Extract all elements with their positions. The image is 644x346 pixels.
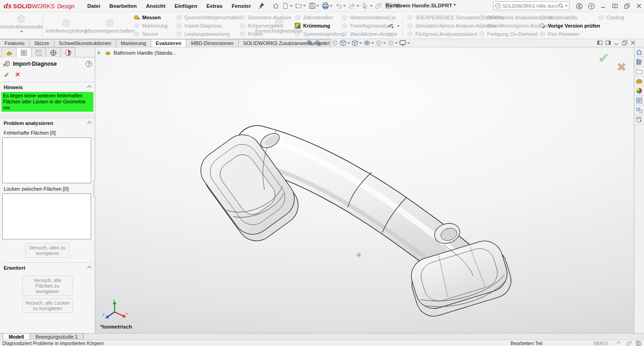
pane-right-icon[interactable] — [605, 40, 611, 45]
gaps-listbox[interactable] — [2, 193, 91, 239]
display-style-icon[interactable] — [351, 40, 362, 46]
heal-all-gaps-button[interactable]: Versuch, alle Lücken zu korrigieren — [22, 298, 73, 313]
print-icon[interactable] — [321, 1, 334, 11]
search-icon[interactable] — [558, 3, 564, 9]
analyze-problem-section-header[interactable]: Problem analysieren — [0, 118, 95, 127]
taskpane-custom-properties-icon[interactable] — [634, 96, 644, 105]
taskpane-forum-icon[interactable] — [634, 105, 644, 115]
apply-scene-icon[interactable] — [387, 40, 398, 46]
sensor-button[interactable]: Sensor — [133, 30, 167, 38]
graphics-viewport[interactable]: Bathroom Handle (Standa... — [95, 47, 634, 333]
zoom-fit-icon[interactable] — [306, 40, 313, 46]
menu-fenster[interactable]: Fenster — [232, 3, 251, 9]
taskpane-home-icon[interactable] — [634, 47, 644, 57]
symmetry-check-button[interactable]: Symmetrieprüfung — [294, 30, 345, 38]
advanced-section-header[interactable]: Erweitert — [0, 263, 95, 272]
tab-dimxpertmanager-icon[interactable] — [46, 47, 61, 57]
tab-bewegungsstudie[interactable]: Bewegungsstudie 1 — [29, 333, 84, 340]
select-cursor-icon[interactable] — [361, 1, 374, 11]
remove-xsection-icon[interactable] — [387, 30, 400, 38]
menu-datei[interactable]: Datei — [87, 3, 100, 9]
open-icon[interactable] — [294, 1, 307, 11]
help-icon[interactable] — [585, 0, 597, 12]
heal-all-faces-button[interactable]: Versuch, alle Flächen zu korrigieren — [22, 276, 73, 296]
edit-appearance-icon[interactable] — [375, 40, 386, 46]
status-units[interactable]: MMGS — [593, 340, 609, 346]
zebra-stripes-button[interactable]: Zebrastreifen — [294, 13, 345, 22]
taskpane-configurations-icon[interactable] — [634, 115, 644, 125]
taskpane-design-library-icon[interactable] — [634, 67, 644, 76]
faulty-faces-listbox[interactable] — [2, 137, 91, 183]
tab-displaymanager-icon[interactable] — [60, 47, 75, 57]
cancel-x-button[interactable]: ✕ — [15, 71, 21, 79]
taskpane-resources-icon[interactable] — [634, 57, 644, 67]
import-diagnostics-button[interactable]: Import-Diagnose — [176, 22, 242, 30]
close-button[interactable] — [633, 0, 644, 12]
new-document-icon[interactable] — [281, 1, 293, 11]
taskpane-appearances-icon[interactable] — [634, 86, 644, 96]
doc-restore-icon[interactable] — [622, 40, 627, 45]
tab-propertymanager-icon[interactable] — [16, 47, 31, 57]
section-properties-button[interactable]: Querschnitteigenschaften — [176, 13, 242, 22]
menu-bearbeiten[interactable]: Bearbeiten — [109, 3, 137, 9]
view-settings-icon[interactable] — [399, 40, 410, 46]
redo-icon[interactable] — [348, 1, 360, 11]
tab-features[interactable]: Features — [0, 39, 29, 47]
minimize-button[interactable] — [597, 0, 609, 12]
hinweis-section-header[interactable]: Hinweis — [0, 82, 95, 91]
panel-title-row: Import-Diagnose ? — [0, 57, 95, 68]
doc-minimize-icon[interactable] — [614, 40, 619, 45]
confirm-cancel-icon[interactable]: ✖ — [616, 60, 627, 74]
model-bathroom-handle[interactable] — [95, 47, 634, 333]
ok-check-button[interactable]: ✓ — [4, 71, 10, 79]
tab-evaluieren[interactable]: Evaluieren — [151, 39, 187, 47]
help-search-input[interactable]: SOLIDWORKS Hilfe durchsuchen — [493, 1, 569, 10]
tab-mbd-dimensionen[interactable]: MBD-Dimensionen — [186, 39, 238, 47]
menu-einfuegen[interactable]: Einfügen — [174, 3, 197, 9]
interference-check-button[interactable]: Interferenzprüfung — [44, 13, 88, 38]
compare-doc-icon[interactable] — [387, 13, 400, 22]
doc-close-icon[interactable] — [630, 40, 636, 45]
tab-skizze[interactable]: Skizze — [29, 39, 54, 47]
restore-button[interactable] — [621, 0, 633, 12]
section-view-icon[interactable] — [331, 40, 338, 46]
save-icon[interactable] — [308, 1, 320, 11]
menu-extras[interactable]: Extras — [207, 3, 223, 9]
markup-button[interactable]: Markierung — [133, 22, 167, 30]
status-save-icon[interactable] — [636, 340, 641, 346]
undo-icon[interactable] — [334, 1, 347, 11]
measure-button[interactable]: Messen — [133, 13, 167, 22]
sustainability-button[interactable]: Sustainability — [539, 13, 600, 22]
zoom-area-icon[interactable] — [315, 40, 322, 46]
panel-help-icon[interactable]: ? — [86, 61, 92, 67]
view-orientation-icon[interactable] — [339, 40, 350, 46]
costing-button[interactable]: Costing — [598, 13, 624, 22]
part-reviewer-button[interactable]: Part Reviewer — [539, 30, 600, 38]
tab-featuremanager-icon[interactable] — [1, 47, 17, 57]
panes-button[interactable] — [609, 0, 621, 12]
attempt-heal-all-button[interactable]: Versuch, alles zu korrigieren — [25, 243, 69, 258]
previous-view-icon[interactable] — [323, 40, 330, 46]
curvature-comb-icon[interactable] — [387, 22, 400, 30]
curvature-button[interactable]: Krümmung — [294, 22, 345, 30]
home-icon[interactable] — [271, 1, 280, 11]
search-scope-caret[interactable] — [565, 5, 568, 8]
mass-properties-button[interactable]: Masseneigenschaften — [88, 13, 132, 38]
user-account-icon[interactable] — [573, 0, 585, 12]
tab-schweisskonstruktionen[interactable]: Schweißkonstruktionen — [54, 39, 116, 47]
design-study-button[interactable]: Konstruktionsstudie — [0, 13, 42, 38]
check-previous-version-button[interactable]: Vorige Version prüfen — [539, 22, 600, 30]
status-tag-icon[interactable] — [627, 340, 632, 346]
units-caret-icon[interactable] — [617, 341, 621, 345]
confirm-ok-icon[interactable]: ✔ — [598, 50, 610, 66]
taskpane-toolbox-icon[interactable] — [634, 76, 644, 86]
tab-markierung[interactable]: Markierung — [116, 39, 151, 47]
pin-icon[interactable] — [257, 1, 266, 11]
performance-evaluation-button[interactable]: Leistungsbewertung — [176, 30, 242, 38]
tab-modell[interactable]: Modell — [3, 333, 30, 340]
pane-left-icon[interactable] — [597, 40, 603, 45]
tab-configurationmanager-icon[interactable] — [31, 47, 46, 57]
menu-ansicht[interactable]: Ansicht — [146, 3, 165, 9]
attach-icon[interactable] — [374, 1, 383, 11]
hide-show-items-icon[interactable] — [363, 40, 374, 46]
